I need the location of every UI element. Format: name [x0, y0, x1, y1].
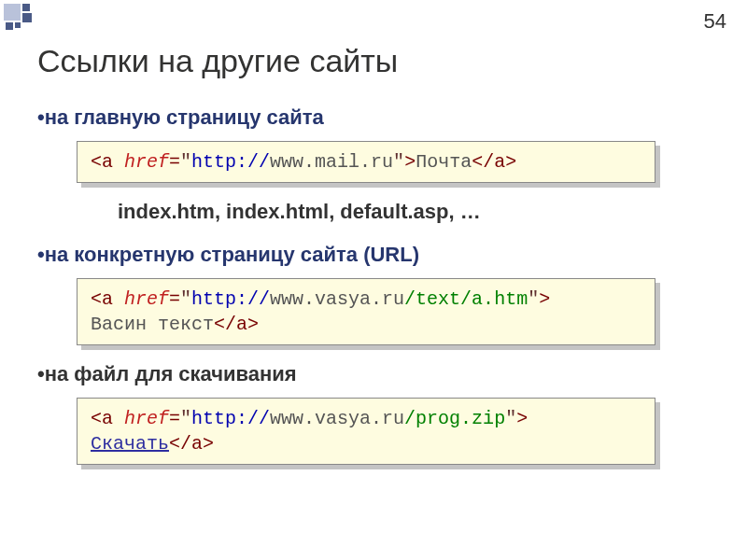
bullet-download-file: •на файл для скачивания: [37, 362, 719, 386]
code-inner: <a href="http://www.vasya.ru/text/a.htm"…: [77, 278, 655, 345]
index-files-note: index.htm, index.html, default.asp, …: [118, 200, 719, 224]
bullet-main-page: •на главную страницу сайта: [37, 105, 719, 130]
code-example-2: <a href="http://www.vasya.ru/text/a.htm"…: [77, 278, 655, 345]
code-example-3: <a href="http://www.vasya.ru/prog.zip"> …: [77, 398, 655, 465]
slide-number: 54: [704, 9, 726, 34]
code-inner: <a href="http://www.vasya.ru/prog.zip"> …: [77, 398, 655, 465]
slide-corner-decoration: [0, 0, 47, 47]
bullet-specific-page: •на конкретную страницу сайта (URL): [37, 243, 719, 267]
slide-title: Ссылки на другие сайты: [37, 43, 719, 79]
bullet-text: •на главную страницу сайта: [37, 105, 324, 130]
bullet-text: •на файл для скачивания: [37, 362, 297, 386]
bullet-text: •на конкретную страницу сайта (URL): [37, 243, 419, 267]
code-example-1: <a href="http://www.mail.ru">Почта</a>: [77, 141, 655, 183]
code-inner: <a href="http://www.mail.ru">Почта</a>: [77, 141, 655, 183]
slide-content: Ссылки на другие сайты •на главную стран…: [0, 0, 747, 465]
